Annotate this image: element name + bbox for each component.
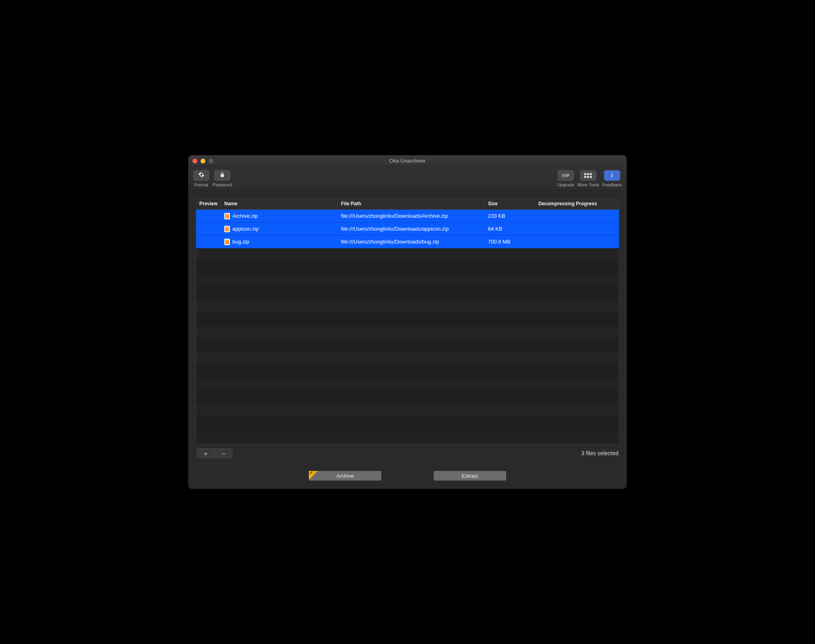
file-table: Preview Name File Path Size Decompressin… [196,198,619,444]
titlebar: Oka Unarchiver [188,155,627,167]
action-bar: Archive Extract [188,463,627,489]
feedback-button[interactable]: i [604,170,620,181]
cell-name: appicon.zip [221,226,338,232]
empty-row [196,339,619,351]
format-label: Format [194,182,209,187]
password-label: Password [213,182,232,187]
grid-icon [584,173,592,178]
empty-row [196,274,619,287]
table-row[interactable]: Archive.zipfile:///Users/zhonglinliu/Dow… [196,210,619,223]
info-icon: i [611,172,613,179]
file-name: bug.zip [232,239,249,245]
upgrade-button[interactable]: VIP [558,170,574,181]
empty-row [196,416,619,429]
empty-row [196,300,619,313]
archive-button[interactable]: Archive [309,471,381,481]
cell-name: bug.zip [221,239,338,245]
upgrade-label: Upgrade [557,182,574,187]
empty-row [196,364,619,377]
column-preview[interactable]: Preview [196,198,221,209]
file-name: appicon.zip [232,226,259,232]
zip-file-icon [224,239,230,245]
feedback-label: Feedback [602,182,622,187]
extract-button[interactable]: Extract [434,471,506,481]
toolbar: Format Password VIP Upgrade [188,167,627,191]
table-row[interactable]: bug.zipfile:///Users/zhonglinliu/Downloa… [196,235,619,248]
window-controls [192,159,213,163]
table-body: Archive.zipfile:///Users/zhonglinliu/Dow… [196,210,619,444]
empty-row [196,377,619,390]
vip-badge-icon: VIP [562,173,569,178]
more-tools-label: More Tools [577,182,599,187]
gear-icon [198,171,205,179]
column-size[interactable]: Size [485,198,535,209]
empty-row [196,313,619,326]
column-progress[interactable]: Decompressing Progress [535,198,619,209]
empty-row [196,287,619,300]
cell-path: file:///Users/zhonglinliu/Downloads/Arch… [338,213,485,219]
empty-row [196,351,619,364]
close-window-button[interactable] [192,159,197,163]
selection-status: 3 files selected [581,450,618,456]
remove-button[interactable]: − [215,449,232,458]
window-title: Oka Unarchiver [188,158,627,164]
column-file-path[interactable]: File Path [338,198,485,209]
format-button[interactable] [193,170,209,181]
extract-button-label: Extract [462,473,478,479]
more-tools-button[interactable] [580,170,596,181]
add-button[interactable]: + [197,449,215,458]
empty-row [196,326,619,339]
table-row[interactable]: appicon.zipfile:///Users/zhonglinliu/Dow… [196,223,619,235]
cell-size: 700.9 MB [485,239,535,245]
password-button[interactable] [214,170,230,181]
minus-icon: − [222,450,225,456]
file-name: Archive.zip [232,213,258,219]
add-remove-segment: + − [197,448,233,458]
cell-path: file:///Users/zhonglinliu/Downloads/appi… [338,226,485,232]
archive-button-label: Archive [336,473,354,479]
cell-size: 64 KB [485,226,535,232]
empty-row [196,248,619,261]
vip-corner-badge [309,471,318,480]
empty-row [196,261,619,274]
zip-file-icon [224,226,230,232]
plus-icon: + [204,450,208,456]
lock-icon [219,172,225,179]
cell-path: file:///Users/zhonglinliu/Downloads/bug.… [338,239,485,245]
cell-size: 233 KB [485,213,535,219]
minimize-window-button[interactable] [201,159,205,163]
zoom-window-button[interactable] [209,159,213,163]
content-area: Preview Name File Path Size Decompressin… [188,191,627,463]
table-footer: + − 3 files selected [196,444,619,459]
empty-row [196,390,619,403]
app-window: Oka Unarchiver Format Password [188,155,627,489]
cell-name: Archive.zip [221,213,338,219]
column-name[interactable]: Name [221,198,338,209]
empty-row [196,403,619,416]
zip-file-icon [224,213,230,219]
table-header: Preview Name File Path Size Decompressin… [196,198,619,210]
